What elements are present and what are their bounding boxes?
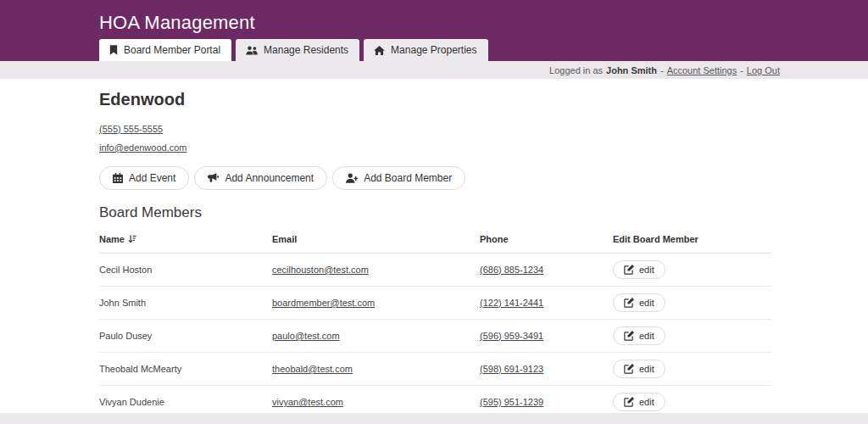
button-label: Add Event — [129, 172, 175, 184]
add-event-button[interactable]: Add Event — [99, 166, 189, 190]
member-phone-link[interactable]: (598) 691-9123 — [480, 364, 543, 374]
edit-pencil-icon — [624, 298, 634, 308]
member-email-link[interactable]: theobald@test.com — [272, 364, 353, 374]
community-email-link[interactable]: info@edenwood.com — [99, 142, 187, 153]
table-row: Vivyan Dudenie vivyan@test.com (595) 951… — [99, 386, 771, 414]
edit-pencil-icon — [624, 331, 634, 341]
tab-label: Manage Residents — [264, 44, 348, 56]
member-phone-link[interactable]: (122) 141-2441 — [480, 298, 543, 308]
edit-label: edit — [639, 331, 654, 341]
action-buttons: Add Event Add Announcement Add Board Mem… — [99, 166, 771, 190]
column-header-phone[interactable]: Phone — [480, 226, 613, 254]
member-name: Cecil Hoston — [99, 254, 272, 287]
session-bar: Logged in as John Smith - Account Settin… — [0, 61, 868, 79]
member-name: John Smith — [99, 287, 272, 320]
edit-board-member-button[interactable]: edit — [613, 360, 665, 378]
sort-down-icon — [128, 235, 136, 243]
table-header-row: Name Email Phone Edit Board Member — [99, 226, 771, 254]
column-header-name[interactable]: Name — [99, 226, 272, 254]
user-plus-icon — [346, 173, 358, 183]
edit-label: edit — [639, 298, 654, 308]
column-header-edit: Edit Board Member — [613, 226, 771, 254]
app-title: HOA Management — [99, 12, 255, 34]
button-label: Add Board Member — [364, 172, 452, 184]
page: HOA Management Board Member Portal Manag… — [0, 0, 868, 424]
edit-label: edit — [639, 364, 654, 374]
app-header: HOA Management Board Member Portal Manag… — [0, 0, 868, 61]
member-phone-link[interactable]: (595) 951-1239 — [480, 397, 543, 407]
member-name: Vivyan Dudenie — [99, 386, 272, 414]
edit-label: edit — [639, 397, 654, 407]
log-out-link[interactable]: Log Out — [747, 65, 780, 75]
calendar-icon — [113, 173, 123, 183]
member-name: Theobald McMearty — [99, 353, 272, 386]
page-bottom-strip — [0, 413, 868, 424]
member-phone-link[interactable]: (596) 959-3491 — [480, 331, 543, 341]
table-row: Paulo Dusey paulo@test.com (596) 959-349… — [99, 320, 771, 353]
member-email-link[interactable]: paulo@test.com — [272, 331, 340, 341]
community-name: Edenwood — [99, 90, 771, 109]
bookmark-icon — [109, 45, 118, 55]
edit-pencil-icon — [624, 265, 634, 275]
board-members-table: Name Email Phone Edit Board Member Cecil… — [99, 226, 771, 413]
logged-in-prefix: Logged in as — [549, 65, 603, 75]
member-email-link[interactable]: cecilhouston@test.com — [272, 265, 369, 275]
edit-board-member-button[interactable]: edit — [613, 393, 665, 411]
account-settings-link[interactable]: Account Settings — [667, 65, 737, 75]
main-tabs: Board Member Portal Manage Residents Man… — [99, 39, 488, 61]
community-phone-link[interactable]: (555) 555-5555 — [99, 124, 163, 134]
tab-manage-properties[interactable]: Manage Properties — [364, 39, 487, 61]
users-icon — [246, 46, 258, 55]
logged-in-user: John Smith — [606, 65, 657, 75]
tab-manage-residents[interactable]: Manage Residents — [236, 39, 359, 61]
edit-board-member-button[interactable]: edit — [613, 260, 665, 279]
edit-pencil-icon — [624, 397, 634, 407]
member-email-link[interactable]: boardmember@test.com — [272, 298, 375, 308]
edit-board-member-button[interactable]: edit — [613, 326, 665, 345]
column-header-email[interactable]: Email — [272, 226, 480, 254]
tab-label: Manage Properties — [391, 44, 476, 56]
member-phone-link[interactable]: (686) 885-1234 — [480, 265, 543, 275]
add-announcement-button[interactable]: Add Announcement — [194, 166, 327, 190]
separator: - — [740, 65, 743, 75]
tab-board-member-portal[interactable]: Board Member Portal — [99, 39, 231, 61]
table-row: John Smith boardmember@test.com (122) 14… — [99, 287, 771, 320]
add-board-member-button[interactable]: Add Board Member — [332, 166, 465, 190]
edit-board-member-button[interactable]: edit — [613, 293, 665, 312]
separator: - — [660, 65, 664, 75]
table-row: Theobald McMearty theobald@test.com (598… — [99, 353, 771, 386]
board-members-heading: Board Members — [99, 204, 771, 221]
member-email-link[interactable]: vivyan@test.com — [272, 397, 343, 407]
tab-label: Board Member Portal — [124, 44, 220, 56]
megaphone-icon — [208, 173, 219, 183]
button-label: Add Announcement — [225, 172, 314, 184]
column-label: Name — [99, 234, 125, 244]
main-content: Edenwood (555) 555-5555 info@edenwood.co… — [0, 79, 868, 413]
member-name: Paulo Dusey — [99, 320, 272, 353]
edit-label: edit — [639, 265, 654, 275]
table-row: Cecil Hoston cecilhouston@test.com (686)… — [99, 254, 771, 287]
home-icon — [374, 46, 385, 55]
edit-pencil-icon — [624, 364, 634, 374]
